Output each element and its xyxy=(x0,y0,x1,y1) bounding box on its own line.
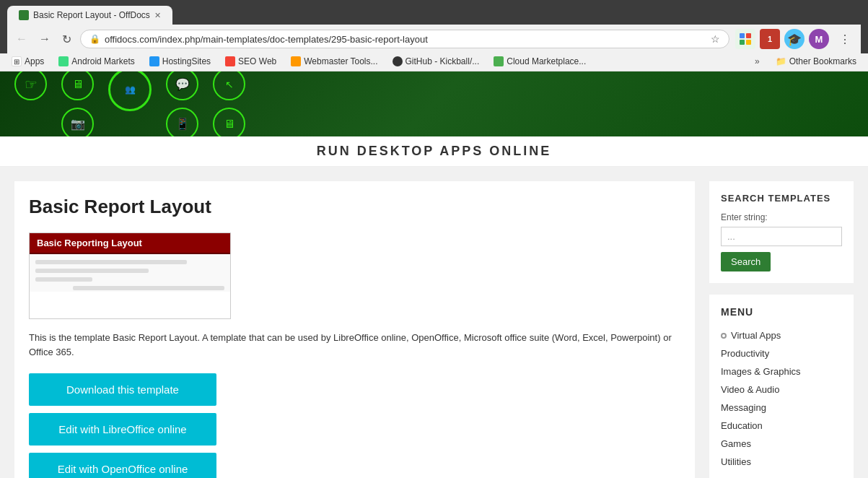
preview-header: Basic Reporting Layout xyxy=(30,233,230,254)
sidebar: SEARCH TEMPLATES Enter string: Search ME… xyxy=(709,181,854,478)
template-preview: Basic Reporting Layout xyxy=(29,233,231,319)
hero-icon-desktop: 🖥 xyxy=(213,108,245,136)
tabs-row: Basic Report Layout - OffDocs ✕ xyxy=(7,6,861,25)
tab-close-btn[interactable]: ✕ xyxy=(154,11,161,20)
preview-line-1 xyxy=(35,260,187,264)
hero-icons: ☞ 🖥 📷 👥 💬 📱 ↖ 🖥 xyxy=(0,71,260,136)
bookmark-cloud-label: Cloud Marketplace... xyxy=(507,56,586,66)
search-button[interactable]: Search xyxy=(721,252,771,271)
search-section-title: SEARCH TEMPLATES xyxy=(721,193,842,204)
tab-favicon xyxy=(19,10,29,20)
main-content: Basic Report Layout Basic Reporting Layo… xyxy=(0,167,868,478)
forward-button[interactable]: → xyxy=(36,31,53,47)
menu-item-virtual-apps[interactable]: Virtual Apps xyxy=(721,326,842,344)
bookmark-github-label: GitHub - Kickball/... xyxy=(405,56,480,66)
hero-icon-hand: ☞ xyxy=(14,71,47,100)
preview-line-4 xyxy=(73,286,224,290)
bookmark-folder-icon: 📁 xyxy=(776,56,786,66)
reload-button[interactable]: ↻ xyxy=(59,31,74,48)
hero-people-icon: 👥 xyxy=(125,84,136,95)
hero-icon-camera: 📷 xyxy=(61,108,94,136)
bookmark-cloud[interactable]: Cloud Marketplace... xyxy=(488,55,592,68)
menu-section: MENU Virtual Apps Productivity Images & … xyxy=(709,295,854,478)
bookmark-other-label: Other Bookmarks xyxy=(789,56,856,66)
bookmark-star-icon[interactable]: ☆ xyxy=(711,33,720,45)
browser-chrome: Basic Report Layout - OffDocs ✕ ← → ↻ 🔒 … xyxy=(0,0,868,53)
active-tab[interactable]: Basic Report Layout - OffDocs ✕ xyxy=(7,6,172,25)
profile-avatar[interactable]: M xyxy=(809,29,829,49)
bookmarks-bar: ⊞ Apps Android Markets HostingSites SEO … xyxy=(0,53,868,71)
hero-icon-monitor: 🖥 xyxy=(61,71,94,100)
menu-item-label: Utilities xyxy=(721,456,751,467)
hero-icon-cursor: ↖ xyxy=(213,71,245,100)
blue-extension-icon[interactable]: 🎓 xyxy=(784,29,805,49)
bookmark-apps-label: Apps xyxy=(25,56,44,66)
menu-item-utilities[interactable]: Utilities xyxy=(721,453,842,471)
site-title-bar: RUN DESKTOP APPS ONLINE xyxy=(0,136,868,167)
menu-item-games[interactable]: Games xyxy=(721,435,842,453)
bookmark-apps-favicon: ⊞ xyxy=(12,56,22,66)
tab-title: Basic Report Layout - OffDocs xyxy=(33,10,150,20)
bookmark-github[interactable]: GitHub - Kickball/... xyxy=(387,55,486,68)
menu-item-label: Productivity xyxy=(721,348,769,359)
bookmark-android-label: Android Markets xyxy=(71,56,134,66)
menu-item-label: Images & Graphics xyxy=(721,366,801,377)
menu-item-images[interactable]: Images & Graphics xyxy=(721,362,842,381)
ext-red-label: 1 xyxy=(768,35,772,43)
menu-item-label: Games xyxy=(721,438,751,449)
hero-icon-center: 👥 xyxy=(108,71,152,111)
browser-toolbar: ← → ↻ 🔒 offidocs.com/index.php/main-temp… xyxy=(7,25,861,53)
bookmark-other[interactable]: 📁 Other Bookmarks xyxy=(770,55,862,68)
content-area: Basic Report Layout Basic Reporting Layo… xyxy=(14,181,695,478)
hero-icon-group: 🖥 📷 xyxy=(61,71,94,136)
menu-item-video[interactable]: Video & Audio xyxy=(721,381,842,399)
menu-list: Virtual Apps Productivity Images & Graph… xyxy=(721,326,842,471)
menu-item-label: Messaging xyxy=(721,402,766,413)
apps-extension-icon[interactable] xyxy=(735,29,755,49)
bookmark-github-favicon xyxy=(393,56,403,66)
bookmark-hosting-favicon xyxy=(149,56,159,66)
svg-rect-3 xyxy=(746,40,751,45)
lock-icon: 🔒 xyxy=(89,34,100,44)
bookmark-seo-label: SEO Web xyxy=(238,56,276,66)
bookmark-apps[interactable]: ⊞ Apps xyxy=(6,55,50,68)
menu-item-label: Education xyxy=(721,420,763,431)
site-title: RUN DESKTOP APPS ONLINE xyxy=(317,144,552,158)
red-extension-icon[interactable]: 1 xyxy=(760,29,780,49)
page-body: ☞ 🖥 📷 👥 💬 📱 ↖ 🖥 RUN DESKTOP APPS ONLINE xyxy=(0,71,868,478)
bookmark-webmaster-favicon xyxy=(291,56,301,66)
menu-item-messaging[interactable]: Messaging xyxy=(721,399,842,417)
preview-line-3 xyxy=(35,277,92,282)
address-bar[interactable]: 🔒 offidocs.com/index.php/main-templates/… xyxy=(80,30,729,48)
svg-rect-0 xyxy=(740,33,745,38)
search-input-label: Enter string: xyxy=(721,212,842,222)
preview-body xyxy=(30,254,230,292)
edit-openoffice-button[interactable]: Edit with OpenOffice online xyxy=(29,453,216,478)
toolbar-icons: 1 🎓 M xyxy=(735,29,829,49)
hero-icon-phone: 📱 xyxy=(166,108,198,136)
bookmark-webmaster-label: Webmaster Tools... xyxy=(304,56,377,66)
svg-rect-1 xyxy=(746,33,751,38)
menu-title: MENU xyxy=(721,306,842,318)
more-options-icon[interactable]: ⋮ xyxy=(835,31,855,48)
menu-item-label: Virtual Apps xyxy=(731,330,781,341)
bookmark-cloud-favicon xyxy=(494,56,504,66)
download-template-button[interactable]: Download this template xyxy=(29,373,216,406)
bookmark-hosting[interactable]: HostingSites xyxy=(144,55,216,68)
hero-right-icons: 💬 📱 xyxy=(166,71,198,136)
bookmark-webmaster[interactable]: Webmaster Tools... xyxy=(285,55,383,68)
address-text: offidocs.com/index.php/main-templates/do… xyxy=(105,34,706,45)
search-input[interactable] xyxy=(721,227,842,246)
menu-item-productivity[interactable]: Productivity xyxy=(721,344,842,362)
bookmark-seo[interactable]: SEO Web xyxy=(219,55,282,68)
search-templates-section: SEARCH TEMPLATES Enter string: Search xyxy=(709,181,854,283)
menu-item-label: Video & Audio xyxy=(721,384,779,395)
edit-libreoffice-button[interactable]: Edit with LibreOffice online xyxy=(29,413,216,446)
bookmarks-more-btn[interactable]: » xyxy=(750,55,764,68)
ext-blue-icon: 🎓 xyxy=(787,32,802,46)
bookmark-android[interactable]: Android Markets xyxy=(53,55,140,68)
back-button[interactable]: ← xyxy=(13,31,30,47)
preview-line-2 xyxy=(35,269,149,273)
menu-item-education[interactable]: Education xyxy=(721,417,842,435)
bookmark-hosting-label: HostingSites xyxy=(162,56,211,66)
